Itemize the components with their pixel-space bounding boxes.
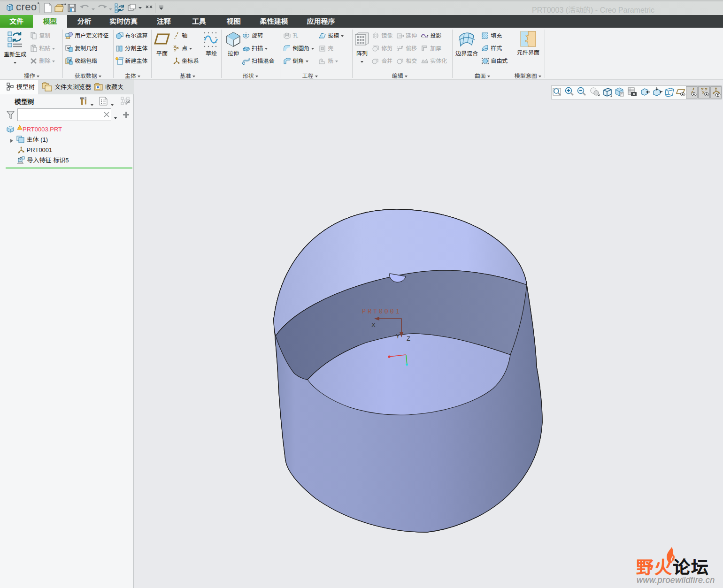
svg-text:PRT0001: PRT0001	[362, 308, 401, 315]
svg-text:X: X	[371, 321, 376, 328]
svg-text:Z: Z	[407, 335, 410, 342]
svg-text:Y: Y	[396, 333, 400, 340]
